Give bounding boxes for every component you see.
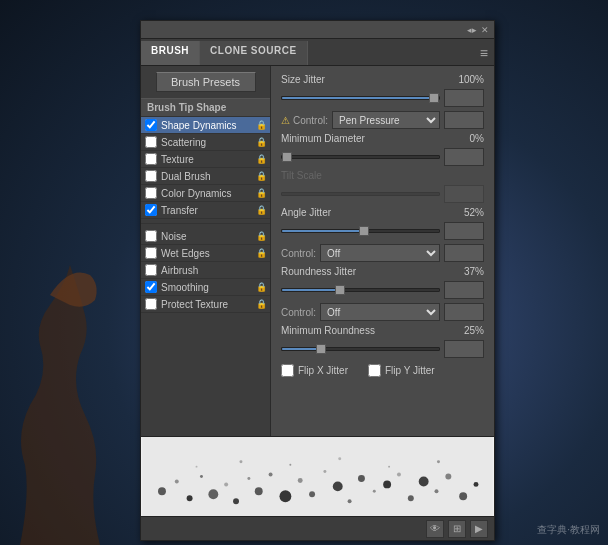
arrow-icon[interactable]: ▶ [470,520,488,538]
size-jitter-input[interactable] [444,89,484,107]
svg-point-24 [445,474,451,480]
roundness-jitter-slider[interactable] [281,288,440,292]
airbrush-checkbox[interactable] [145,264,157,276]
svg-point-16 [348,499,352,503]
panel-right: Size Jitter 100% ⚠ Control: Pen Pressure [271,66,494,436]
roundness-jitter-input[interactable] [444,281,484,299]
scattering-checkbox[interactable] [145,136,157,148]
tilt-scale-slider-row [281,185,484,203]
size-jitter-row: Size Jitter 100% [281,74,484,85]
color-dynamics-checkbox[interactable] [145,187,157,199]
pen-pressure-select[interactable]: Pen Pressure Off Fade Pen Tilt Stylus Wh… [332,111,440,129]
collapse-icon[interactable]: ◂▸ [467,25,477,35]
svg-point-9 [255,487,263,495]
roundness-control-input[interactable] [444,303,484,321]
warning-icon: ⚠ [281,115,290,126]
angle-jitter-slider[interactable] [281,229,440,233]
texture-checkbox[interactable] [145,153,157,165]
min-diameter-input[interactable] [444,148,484,166]
min-diameter-value: 0% [449,133,484,144]
grid-icon[interactable]: ⊞ [448,520,466,538]
roundness-jitter-value: 37% [449,266,484,277]
lock-icon: 🔒 [256,205,266,215]
brush-item-smoothing[interactable]: Smoothing 🔒 [141,279,270,296]
transfer-checkbox[interactable] [145,204,157,216]
svg-point-12 [298,478,303,483]
min-roundness-value: 25% [449,325,484,336]
brush-item-noise[interactable]: Noise 🔒 [141,228,270,245]
size-jitter-slider-row [281,89,484,107]
svg-point-5 [208,489,218,499]
brush-item-dual-brush[interactable]: Dual Brush 🔒 [141,168,270,185]
angle-jitter-value: 52% [449,207,484,218]
close-icon[interactable]: ✕ [480,25,490,35]
min-diameter-label: Minimum Diameter [281,133,445,144]
roundness-control-row: Control: Off Fade Pen Pressure Pen Tilt [281,303,484,321]
angle-control-select[interactable]: Off Fade Pen Pressure Pen Tilt [320,244,440,262]
flip-y-jitter-label: Flip Y Jitter [385,365,435,376]
svg-point-8 [247,477,250,480]
svg-point-32 [437,460,440,463]
svg-point-20 [397,473,401,477]
panel-titlebar: ◂▸ ✕ [141,21,494,39]
min-diameter-slider[interactable] [281,155,440,159]
brush-tip-shape-header: Brush Tip Shape [141,98,270,117]
svg-point-21 [408,495,414,501]
min-roundness-input[interactable] [444,340,484,358]
brush-item-transfer[interactable]: Transfer 🔒 [141,202,270,219]
wet-edges-checkbox[interactable] [145,247,157,259]
lock-icon: 🔒 [256,282,266,292]
size-jitter-thumb[interactable] [429,93,439,103]
lock-icon: 🔒 [256,154,266,164]
brush-item-scattering[interactable]: Scattering 🔒 [141,134,270,151]
svg-point-6 [224,482,228,486]
noise-checkbox[interactable] [145,230,157,242]
tilt-scale-label: Tilt Scale [281,170,445,181]
svg-point-23 [435,489,439,493]
flip-x-jitter-checkbox[interactable] [281,364,294,377]
lock-icon: 🔒 [256,248,266,258]
angle-jitter-input[interactable] [444,222,484,240]
roundness-control-select[interactable]: Off Fade Pen Pressure Pen Tilt [320,303,440,321]
roundness-jitter-thumb[interactable] [335,285,345,295]
brush-item-protect-texture[interactable]: Protect Texture 🔒 [141,296,270,313]
flip-x-jitter-label: Flip X Jitter [298,365,348,376]
roundness-jitter-row: Roundness Jitter 37% [281,266,484,277]
brush-item-texture[interactable]: Texture 🔒 [141,151,270,168]
lock-icon: 🔒 [256,171,266,181]
shape-dynamics-checkbox[interactable] [145,119,157,131]
size-jitter-slider[interactable] [281,96,440,100]
tab-brush[interactable]: BRUSH [141,41,200,65]
pen-pressure-input[interactable] [444,111,484,129]
tilt-scale-row: Tilt Scale [281,170,484,181]
brush-item-airbrush[interactable]: Airbrush [141,262,270,279]
panel-menu-icon[interactable]: ≡ [474,41,494,65]
svg-point-27 [196,466,198,468]
min-diameter-thumb[interactable] [282,152,292,162]
svg-point-1 [158,487,166,495]
panel-left: Brush Presets Brush Tip Shape Shape Dyna… [141,66,271,436]
lock-icon: 🔒 [256,231,266,241]
brush-item-color-dynamics[interactable]: Color Dynamics 🔒 [141,185,270,202]
eye-icon[interactable]: 👁 [426,520,444,538]
lock-icon: 🔒 [256,188,266,198]
min-diameter-slider-row [281,148,484,166]
smoothing-checkbox[interactable] [145,281,157,293]
svg-point-28 [239,460,242,463]
angle-control-input[interactable] [444,244,484,262]
brush-item-wet-edges[interactable]: Wet Edges 🔒 [141,245,270,262]
brush-item-shape-dynamics[interactable]: Shape Dynamics 🔒 [141,117,270,134]
titlebar-icons: ◂▸ ✕ [467,25,490,35]
flip-y-jitter-checkbox[interactable] [368,364,381,377]
min-roundness-thumb[interactable] [316,344,326,354]
pen-pressure-control-row: ⚠ Control: Pen Pressure Off Fade Pen Til… [281,111,484,129]
brush-presets-button[interactable]: Brush Presets [156,72,256,92]
svg-point-15 [333,481,343,491]
protect-texture-checkbox[interactable] [145,298,157,310]
min-roundness-slider[interactable] [281,347,440,351]
flip-y-jitter-row: Flip Y Jitter [368,364,435,377]
angle-jitter-thumb[interactable] [359,226,369,236]
dual-brush-checkbox[interactable] [145,170,157,182]
svg-point-19 [383,480,391,488]
tab-clone-source[interactable]: CLONE SOURCE [200,41,308,65]
